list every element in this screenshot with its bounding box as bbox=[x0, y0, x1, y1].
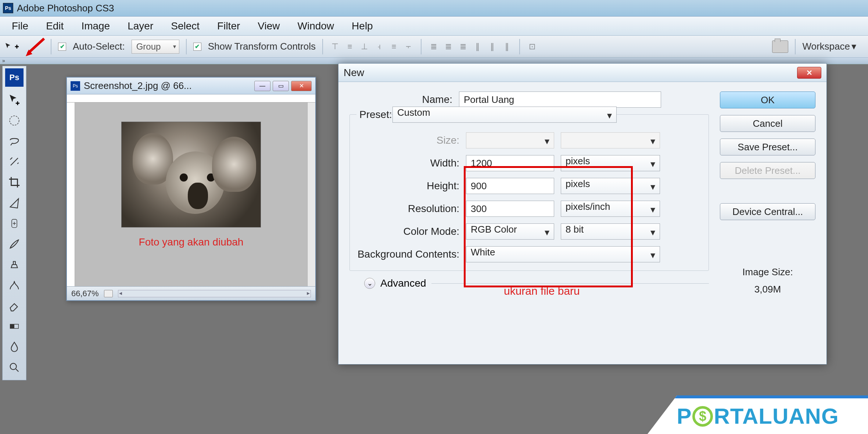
document-info-icon[interactable] bbox=[104, 290, 113, 297]
preset-select[interactable]: Custom bbox=[392, 107, 617, 123]
background-select[interactable]: White bbox=[466, 246, 660, 262]
advanced-label: Advanced bbox=[380, 277, 426, 289]
menu-image[interactable]: Image bbox=[72, 17, 119, 35]
color-mode-label: Color Mode: bbox=[356, 226, 459, 237]
separator bbox=[322, 39, 323, 54]
save-preset-button[interactable]: Save Preset... bbox=[720, 139, 815, 155]
move-tool-icon[interactable]: ✚ bbox=[5, 91, 24, 109]
svg-rect-4 bbox=[10, 324, 14, 328]
auto-select-checkbox[interactable]: ✔ bbox=[58, 43, 66, 51]
annotation-text: Foto yang akan diubah bbox=[139, 236, 244, 248]
annotation-text: ukuran file baru bbox=[504, 285, 580, 297]
document-title: Screenshot_2.jpg @ 66... bbox=[84, 80, 251, 92]
svg-point-1 bbox=[10, 116, 19, 125]
slice-tool-icon[interactable] bbox=[5, 194, 24, 212]
color-depth-select[interactable]: 8 bit bbox=[561, 223, 660, 240]
distribute-icon[interactable]: ‖ bbox=[487, 41, 498, 52]
watermark-logo: P$RTALUANG bbox=[648, 395, 868, 434]
close-button[interactable]: ✕ bbox=[291, 81, 312, 91]
image-content bbox=[121, 122, 261, 227]
workspace-dropdown[interactable]: Workspace ▾ bbox=[802, 41, 856, 52]
dialog-titlebar[interactable]: New ✕ bbox=[338, 64, 826, 82]
menu-help[interactable]: Help bbox=[343, 17, 382, 35]
auto-select-label: Auto-Select: bbox=[73, 41, 125, 52]
app-icon: Ps bbox=[3, 3, 13, 13]
align-bottom-icon[interactable]: ⊥ bbox=[359, 41, 370, 52]
options-bar: ✚ ✔ Auto-Select: Group ✔ Show Transform … bbox=[0, 36, 868, 58]
resolution-label: Resolution: bbox=[356, 203, 459, 215]
dodge-tool-icon[interactable] bbox=[5, 358, 24, 377]
ok-button[interactable]: OK bbox=[720, 92, 815, 108]
align-top-icon[interactable]: ⊤ bbox=[330, 41, 341, 52]
width-input[interactable] bbox=[466, 155, 554, 171]
distribute-icon[interactable]: ≣ bbox=[458, 41, 469, 52]
height-unit-select[interactable]: pixels bbox=[561, 178, 660, 194]
document-body: Foto yang akan diubah bbox=[67, 94, 315, 286]
size-unit-select bbox=[561, 132, 660, 148]
cancel-button[interactable]: Cancel bbox=[720, 115, 815, 132]
lasso-tool-icon[interactable] bbox=[5, 132, 24, 150]
width-unit-select[interactable]: pixels bbox=[561, 155, 660, 171]
preset-group: Preset: Custom Size: Width: pixels bbox=[349, 114, 709, 271]
minimize-button[interactable]: — bbox=[254, 81, 270, 91]
align-vcenter-icon[interactable]: ≡ bbox=[344, 41, 355, 52]
menu-filter[interactable]: Filter bbox=[208, 17, 249, 35]
move-tool-icon[interactable]: ✚ bbox=[4, 42, 19, 51]
separator bbox=[795, 39, 796, 54]
align-left-icon[interactable]: ⫞ bbox=[374, 41, 385, 52]
resolution-unit-select[interactable]: pixels/inch bbox=[561, 201, 660, 217]
expand-icon[interactable]: » bbox=[2, 58, 7, 63]
document-statusbar: 66,67% bbox=[67, 286, 315, 300]
name-input[interactable] bbox=[459, 92, 661, 108]
distribute-icon[interactable]: ≣ bbox=[428, 41, 439, 52]
zoom-level[interactable]: 66,67% bbox=[71, 289, 99, 298]
svg-text:✚: ✚ bbox=[15, 100, 20, 106]
auto-select-dropdown[interactable]: Group bbox=[132, 40, 179, 54]
resolution-input[interactable] bbox=[466, 201, 554, 217]
maximize-button[interactable]: ▭ bbox=[273, 81, 289, 91]
gradient-tool-icon[interactable] bbox=[5, 317, 24, 336]
chevron-down-icon[interactable]: ⌄ bbox=[364, 278, 375, 289]
size-label: Size: bbox=[356, 134, 459, 146]
arrange-icon[interactable]: ⊡ bbox=[527, 41, 538, 52]
menu-view[interactable]: View bbox=[249, 17, 288, 35]
marquee-tool-icon[interactable] bbox=[5, 111, 24, 130]
align-icons: ⊤ ≡ ⊥ ⫞ ≡ ⫟ bbox=[330, 41, 414, 52]
go-to-bridge-icon[interactable] bbox=[772, 40, 788, 53]
crop-tool-icon[interactable] bbox=[5, 173, 24, 191]
size-select bbox=[466, 132, 554, 148]
menu-edit[interactable]: Edit bbox=[37, 17, 72, 35]
menu-window[interactable]: Window bbox=[289, 17, 343, 35]
show-transform-checkbox[interactable]: ✔ bbox=[193, 43, 201, 51]
menu-file[interactable]: File bbox=[3, 17, 37, 35]
magic-wand-tool-icon[interactable] bbox=[5, 153, 24, 171]
scrollbar-horizontal[interactable] bbox=[118, 290, 311, 297]
menu-select[interactable]: Select bbox=[162, 17, 208, 35]
distribute-icon[interactable]: ‖ bbox=[472, 41, 483, 52]
healing-brush-tool-icon[interactable] bbox=[5, 214, 24, 233]
color-mode-select[interactable]: RGB Color bbox=[466, 223, 554, 240]
brush-tool-icon[interactable] bbox=[5, 235, 24, 253]
align-hcenter-icon[interactable]: ≡ bbox=[388, 41, 399, 52]
height-input[interactable] bbox=[466, 178, 554, 194]
dollar-icon: $ bbox=[692, 406, 713, 427]
canvas[interactable]: Foto yang akan diubah bbox=[75, 103, 307, 286]
divider bbox=[431, 283, 709, 284]
document-titlebar[interactable]: Ps Screenshot_2.jpg @ 66... — ▭ ✕ bbox=[67, 78, 315, 94]
blur-tool-icon[interactable] bbox=[5, 338, 24, 356]
preset-label: Preset: bbox=[356, 109, 386, 121]
menu-layer[interactable]: Layer bbox=[119, 17, 162, 35]
ruler-horizontal bbox=[67, 94, 315, 103]
history-brush-tool-icon[interactable] bbox=[5, 276, 24, 294]
scrollbar-vertical[interactable] bbox=[307, 103, 315, 286]
distribute-icon[interactable]: ‖ bbox=[502, 41, 513, 52]
device-central-button[interactable]: Device Central... bbox=[720, 203, 815, 220]
align-right-icon[interactable]: ⫟ bbox=[403, 41, 414, 52]
clone-stamp-tool-icon[interactable] bbox=[5, 255, 24, 274]
distribute-icon[interactable]: ≣ bbox=[443, 41, 454, 52]
ruler-vertical bbox=[67, 103, 75, 286]
distribute-icons: ≣ ≣ ≣ ‖ ‖ ‖ bbox=[428, 41, 513, 52]
titlebar: Ps Adobe Photoshop CS3 bbox=[0, 0, 868, 17]
eraser-tool-icon[interactable] bbox=[5, 297, 24, 315]
dialog-close-button[interactable]: ✕ bbox=[797, 67, 821, 79]
